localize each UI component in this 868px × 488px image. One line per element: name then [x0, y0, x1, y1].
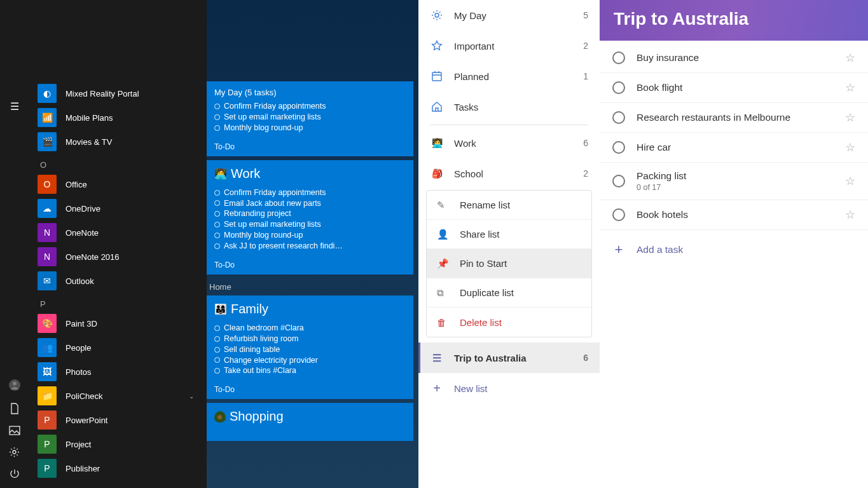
list-emoji-icon: 👩‍💻 — [430, 138, 444, 148]
star-icon — [430, 40, 444, 51]
nav-item-tasks[interactable]: Tasks — [418, 92, 600, 122]
task-list: Buy insurance☆Book flight☆Research resta… — [600, 41, 868, 233]
live-tile[interactable]: My Day (5 tasks)Confirm Friday appointme… — [207, 81, 413, 156]
add-task-button[interactable]: + Add a task — [600, 233, 868, 267]
tile-task: Rebranding project — [214, 208, 406, 219]
tile-task: Confirm Friday appointments — [214, 187, 406, 198]
ctx-share-list[interactable]: 👤Share list — [427, 220, 591, 249]
ctx-duplicate-list[interactable]: ⧉Duplicate list — [427, 278, 591, 308]
nav-label: My Day — [454, 10, 486, 21]
task-checkbox[interactable] — [612, 208, 625, 221]
app-item[interactable]: 📶Mobile Plans — [29, 105, 207, 130]
new-list-label: New list — [454, 383, 488, 394]
list-emoji-icon: 🎒 — [430, 168, 444, 179]
ctx-pin-to-start[interactable]: 📌Pin to Start — [427, 249, 591, 278]
app-label: Outlook — [65, 276, 94, 286]
ctx-label: Rename list — [460, 200, 510, 210]
app-item[interactable]: PPowerPoint — [29, 408, 207, 432]
power-icon[interactable] — [10, 469, 20, 479]
nav-item-planned[interactable]: Planned1 — [418, 61, 600, 92]
tile-footer: To-Do — [214, 142, 406, 151]
nav-item-my-day[interactable]: My Day5 — [418, 0, 600, 30]
app-item[interactable]: NOneNote 2016 — [29, 245, 207, 269]
app-item[interactable]: PPublisher — [29, 456, 207, 480]
star-icon[interactable]: ☆ — [845, 140, 855, 154]
tile-task: Sell dining table — [214, 344, 406, 355]
app-tile-icon: 🖼 — [38, 362, 57, 381]
task-row[interactable]: Research restaurants in Melbourne☆ — [600, 103, 868, 133]
task-title: Hire car — [637, 142, 845, 153]
task-row[interactable]: Hire car☆ — [600, 133, 868, 163]
nav-item-important[interactable]: Important2 — [418, 30, 600, 61]
star-icon[interactable]: ☆ — [845, 111, 855, 125]
letter-header[interactable]: O — [29, 154, 207, 172]
live-tile[interactable]: 👨‍👩‍👧FamilyClean bedroom #ClaraRefurbish… — [207, 295, 413, 399]
task-checkbox[interactable] — [612, 51, 625, 64]
pictures-icon[interactable] — [9, 426, 20, 435]
sidebar-list-school[interactable]: 🎒School2 — [418, 158, 600, 189]
task-title: Packing list — [637, 170, 845, 182]
plus-icon: + — [612, 241, 625, 258]
app-tile-icon: 🎬 — [38, 132, 57, 151]
live-tile[interactable]: 👩‍💻WorkConfirm Friday appointmentsEmail … — [207, 160, 413, 274]
hamburger-icon[interactable]: ☰ — [10, 100, 19, 112]
tile-task: Take out bins #Clara — [214, 365, 406, 376]
app-item[interactable]: 🖼Photos — [29, 360, 207, 384]
nav-count: 2 — [583, 41, 588, 51]
app-label: Mobile Plans — [65, 113, 113, 123]
user-icon[interactable] — [8, 379, 21, 391]
ctx-delete-list[interactable]: 🗑Delete list — [427, 308, 591, 337]
app-item[interactable]: 🎨Paint 3D — [29, 311, 207, 336]
tile-task: Refurbish living room — [214, 334, 406, 344]
star-icon[interactable]: ☆ — [845, 81, 855, 95]
app-item[interactable]: PProject — [29, 432, 207, 456]
ctx-rename-list[interactable]: ✎Rename list — [427, 191, 591, 220]
tile-task: Change electricity provider — [214, 355, 406, 366]
app-item[interactable]: ☁OneDrive — [29, 196, 207, 220]
tile-group-label[interactable]: Home — [207, 278, 413, 295]
app-item[interactable]: 👥People — [29, 336, 207, 360]
task-checkbox[interactable] — [612, 81, 625, 94]
app-item[interactable]: 🎬Movies & TV — [29, 130, 207, 154]
app-item[interactable]: NOneNote — [29, 220, 207, 245]
task-title: Buy insurance — [637, 52, 845, 64]
sun-icon — [430, 10, 444, 21]
ctx-label: Duplicate list — [460, 287, 514, 298]
nav-count: 5 — [583, 10, 588, 20]
new-list-button[interactable]: + New list — [418, 373, 600, 403]
app-tile-icon: ☁ — [38, 199, 57, 218]
sidebar-list-work[interactable]: 👩‍💻Work6 — [418, 128, 600, 158]
svg-rect-2 — [10, 426, 20, 435]
task-row[interactable]: Book flight☆ — [600, 73, 868, 103]
documents-icon[interactable] — [10, 403, 20, 414]
app-item[interactable]: OOffice — [29, 172, 207, 196]
task-checkbox[interactable] — [612, 141, 625, 154]
star-icon[interactable]: ☆ — [845, 208, 855, 222]
live-tile[interactable]: Shopping — [207, 403, 413, 441]
start-app-list: ◐Mixed Reality Portal📶Mobile Plans🎬Movie… — [29, 0, 207, 488]
task-checkbox[interactable] — [612, 111, 625, 124]
svg-point-3 — [13, 451, 16, 454]
task-checkbox[interactable] — [612, 175, 625, 187]
star-icon[interactable]: ☆ — [845, 174, 855, 188]
tile-title: Shopping — [214, 409, 406, 424]
app-item[interactable]: 📁PoliCheck⌄ — [29, 384, 207, 408]
ctx-icon: 👤 — [437, 229, 451, 240]
nav-count: 1 — [583, 71, 588, 81]
settings-icon[interactable] — [9, 447, 20, 458]
home-icon — [430, 101, 444, 112]
app-label: People — [65, 343, 91, 353]
task-row[interactable]: Packing list0 of 17☆ — [600, 163, 868, 200]
task-title: Book flight — [637, 82, 845, 93]
task-row[interactable]: Buy insurance☆ — [600, 43, 868, 73]
svg-point-1 — [13, 382, 17, 386]
app-tile-icon: 👥 — [38, 338, 57, 357]
start-tiles: My Day (5 tasks)Confirm Friday appointme… — [207, 0, 418, 488]
sidebar-list-trip-to-australia[interactable]: ☰ Trip to Australia 6 — [418, 342, 600, 373]
app-item[interactable]: ✉Outlook — [29, 269, 207, 293]
star-icon[interactable]: ☆ — [845, 51, 855, 65]
app-tile-icon: P — [38, 435, 57, 454]
app-item[interactable]: ◐Mixed Reality Portal — [29, 81, 207, 105]
task-row[interactable]: Book hotels☆ — [600, 200, 868, 230]
letter-header[interactable]: P — [29, 293, 207, 311]
